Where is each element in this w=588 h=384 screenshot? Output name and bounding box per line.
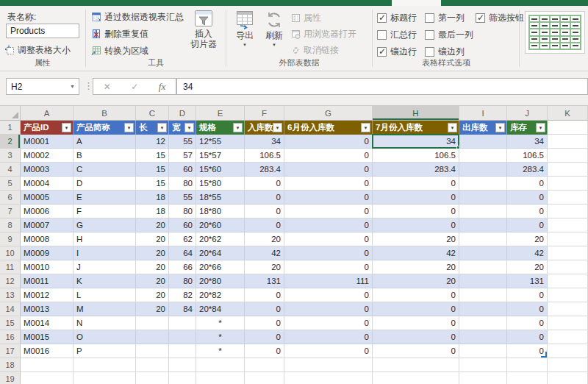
cell[interactable]: 20 [373, 274, 459, 288]
cell[interactable]: 34 [245, 135, 284, 149]
cell[interactable]: 20 [136, 260, 169, 274]
cell[interactable]: 0 [373, 330, 459, 344]
cell[interactable]: M0009 [21, 246, 74, 260]
cell[interactable]: 20 [136, 274, 169, 288]
column-header-G[interactable]: G [284, 106, 373, 121]
cell[interactable]: 0 [373, 316, 459, 330]
cell[interactable]: P [74, 344, 136, 358]
cell[interactable]: 20 [507, 260, 548, 274]
cell[interactable]: D [74, 177, 136, 191]
filter-button[interactable]: ▼ [273, 123, 282, 132]
cell[interactable] [245, 358, 284, 372]
cell[interactable] [548, 316, 588, 330]
cell[interactable]: M0008 [21, 232, 74, 246]
cell[interactable]: 0 [245, 205, 284, 218]
cell[interactable]: 55 [169, 135, 196, 149]
cell[interactable]: 0 [507, 330, 548, 344]
cell[interactable]: K [74, 274, 136, 288]
cell[interactable]: 20*80 [196, 274, 245, 288]
cell[interactable]: 18 [136, 205, 169, 218]
cell[interactable]: A [74, 135, 136, 149]
cell[interactable]: 62 [169, 232, 196, 246]
cell[interactable] [459, 191, 507, 205]
cell[interactable] [74, 358, 136, 372]
row-header-16[interactable]: 16 [0, 330, 21, 344]
cell[interactable]: L [74, 288, 136, 302]
cell[interactable]: 0 [245, 177, 284, 191]
column-header-E[interactable]: E [196, 106, 245, 121]
cell[interactable]: 82 [169, 288, 196, 302]
cell[interactable]: 0 [245, 302, 284, 316]
column-header-C[interactable]: C [136, 106, 169, 121]
row-header-12[interactable]: 12 [0, 274, 21, 288]
cell[interactable]: 0 [373, 191, 459, 205]
cell[interactable]: M0001 [21, 135, 74, 149]
cell[interactable]: 0 [284, 218, 373, 232]
fill-handle[interactable] [456, 146, 460, 149]
cell[interactable]: 34 [373, 135, 459, 149]
cell[interactable]: M0004 [21, 177, 74, 191]
cell[interactable]: 20*84 [196, 302, 245, 316]
cell[interactable] [548, 135, 588, 149]
cell[interactable]: M0013 [21, 302, 74, 316]
select-all-corner[interactable] [0, 106, 21, 121]
cell[interactable]: 0 [245, 330, 284, 344]
cell[interactable] [136, 372, 169, 384]
cell[interactable] [136, 344, 169, 358]
cell[interactable]: 20 [245, 232, 284, 246]
column-header-H[interactable]: H [373, 106, 459, 121]
cell[interactable] [245, 372, 284, 384]
name-box[interactable]: H2 ▼ [6, 78, 79, 95]
cell[interactable]: 12*55 [196, 135, 245, 149]
checkbox-banded-columns[interactable]: 镶边列 [425, 46, 465, 57]
row-header-19[interactable]: 19 [0, 372, 21, 384]
cell[interactable] [373, 372, 459, 384]
cell[interactable]: 20 [136, 232, 169, 246]
cell[interactable]: I [74, 246, 136, 260]
cell[interactable] [459, 358, 507, 372]
cell[interactable]: M0012 [21, 288, 74, 302]
cell[interactable]: 55 [169, 191, 196, 205]
cell[interactable]: 0 [373, 344, 459, 358]
filter-button[interactable]: ▼ [157, 123, 167, 132]
cell[interactable]: 283.4 [245, 163, 284, 177]
cell[interactable]: 283.4 [373, 163, 459, 177]
cell[interactable]: 131 [507, 274, 548, 288]
cell[interactable] [74, 372, 136, 384]
cell[interactable]: 131 [245, 274, 284, 288]
table-properties-button[interactable]: 属性 [291, 11, 321, 24]
cell[interactable] [548, 372, 588, 384]
filter-button[interactable]: ▼ [233, 123, 243, 132]
cell[interactable]: 20 [373, 260, 459, 274]
cell[interactable] [373, 358, 459, 372]
cell[interactable]: 15 [136, 177, 169, 191]
formula-input[interactable]: 34 [176, 78, 588, 95]
cell[interactable] [548, 163, 588, 177]
cell[interactable]: M0011 [21, 274, 74, 288]
cell[interactable]: 18*80 [196, 205, 245, 218]
cell[interactable]: M0003 [21, 163, 74, 177]
cell[interactable]: 0 [507, 302, 548, 316]
column-header-I[interactable]: I [459, 106, 507, 121]
checkbox-first-column[interactable]: 第一列 [425, 12, 465, 24]
cell[interactable] [459, 135, 507, 149]
cell[interactable]: 106.5 [373, 149, 459, 163]
cell[interactable] [548, 121, 588, 135]
cell[interactable]: F [74, 205, 136, 218]
checkbox-banded-rows[interactable]: 镶边行 [377, 46, 417, 57]
cell[interactable]: 0 [373, 302, 459, 316]
cell[interactable] [169, 330, 196, 344]
cell[interactable]: 0 [284, 149, 373, 163]
cell[interactable] [459, 302, 507, 316]
cell[interactable] [459, 288, 507, 302]
cell[interactable]: 12 [136, 135, 169, 149]
cell[interactable] [548, 246, 588, 260]
remove-duplicates-button[interactable]: 删除重复值 [91, 27, 148, 40]
cell[interactable] [196, 358, 245, 372]
cell[interactable]: 66 [169, 260, 196, 274]
cell[interactable]: 57 [169, 149, 196, 163]
cancel-icon[interactable]: ✕ [104, 82, 111, 92]
cell[interactable] [507, 358, 548, 372]
cell[interactable]: 20*66 [196, 260, 245, 274]
cell[interactable] [136, 358, 169, 372]
